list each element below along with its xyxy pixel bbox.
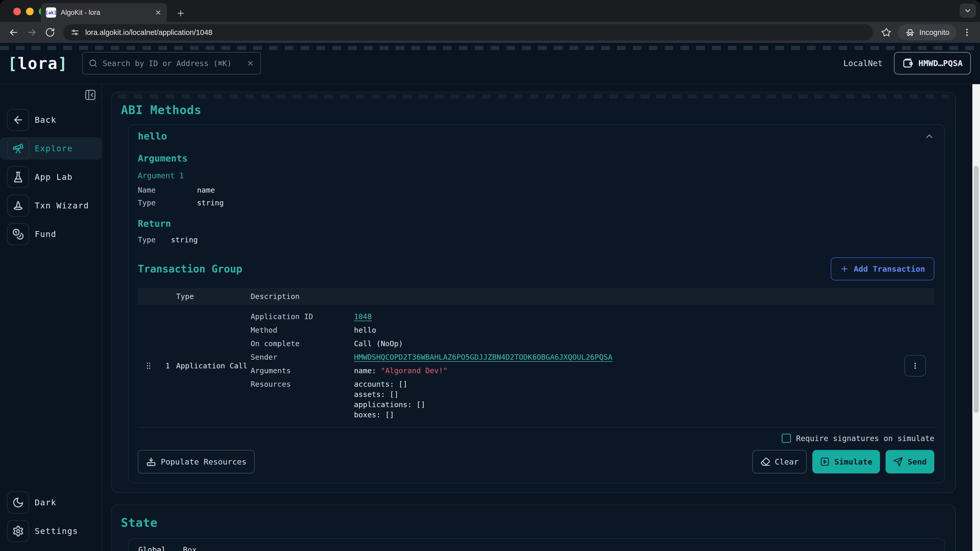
method-name: hello [138, 130, 167, 142]
add-transaction-button[interactable]: Add Transaction [831, 257, 934, 280]
browser-menu-icon[interactable] [960, 27, 974, 37]
incognito-badge: Incognito [898, 24, 956, 40]
send-label: Send [907, 457, 927, 466]
resource-applications: applications: [] [354, 400, 896, 410]
back-nav-icon[interactable] [6, 27, 21, 38]
argument-type-row: Type string [138, 198, 934, 207]
telescope-icon [7, 138, 29, 159]
field-arguments: Arguments name: "Algorand Dev!" [251, 365, 896, 376]
flask-icon [7, 166, 29, 188]
return-type-key: Type [138, 235, 156, 244]
scrollbar-thumb[interactable] [974, 166, 979, 413]
url-bar[interactable]: lora.algokit.io/localnet/application/104… [63, 24, 873, 41]
chevron-up-icon[interactable] [924, 131, 934, 141]
field-sender: Sender HMWDSHQCOPD2T36WBAHLAZ6PO5GDJJZBN… [251, 352, 896, 362]
page-scrollbar[interactable] [972, 84, 980, 551]
sender-address-link[interactable]: HMWDSHQCOPD2T36WBAHLAZ6PO5GDJJZBN4D2TODK… [354, 353, 612, 362]
application-id-link[interactable]: 1048 [354, 312, 372, 321]
network-selector[interactable]: LocalNet [843, 59, 883, 68]
row-index: 1 [159, 362, 176, 370]
new-tab-button[interactable] [176, 9, 185, 18]
add-transaction-label: Add Transaction [854, 264, 925, 273]
tab-close-icon[interactable] [155, 9, 162, 16]
field-value: hello [354, 325, 896, 335]
field-label: Sender [251, 352, 354, 362]
clear-label: Clear [775, 457, 799, 466]
field-resources: Resources accounts: [] assets: [] applic… [251, 379, 896, 420]
sidebar-item-app-lab[interactable]: App Lab [0, 166, 102, 188]
argument-name-row: Name name [138, 186, 934, 194]
field-method: Method hello [251, 325, 896, 335]
field-label: Arguments [251, 365, 354, 376]
browser-tab[interactable]: [ak] AlgoKit - lora [41, 3, 167, 22]
app-header: [lora] LocalNet HMWD…PQSA [0, 43, 980, 84]
sidebar-item-fund[interactable]: Fund [0, 223, 102, 245]
send-icon [893, 457, 903, 467]
logo-bracket-close: ] [58, 54, 68, 73]
wallet-button[interactable]: HMWD…PQSA [894, 52, 971, 75]
search-clear-icon[interactable] [247, 59, 254, 67]
argument-type-value: string [197, 198, 934, 207]
sidebar-collapse-icon[interactable] [84, 89, 97, 101]
bookmark-star-icon[interactable] [879, 27, 894, 38]
sidebar-item-back[interactable]: Back [0, 109, 102, 131]
row-type: Application Call [176, 362, 251, 370]
wallet-address-label: HMWD…PQSA [918, 59, 963, 68]
table-header-row: Type Description [138, 288, 934, 305]
resource-boxes: boxes: [] [354, 410, 896, 420]
lora-app: [lora] LocalNet HMWD…PQSA [0, 43, 980, 551]
argument-1-label: Argument 1 [138, 171, 934, 180]
tab-search-button[interactable] [959, 3, 976, 18]
app-body: Back Explore App Lab [0, 84, 980, 551]
search-input[interactable] [103, 59, 242, 68]
global-search[interactable] [82, 52, 261, 75]
logo-word: lora [18, 54, 58, 73]
transaction-group-heading: Transaction Group [138, 263, 242, 275]
state-card: State Global Box [111, 505, 956, 551]
resource-assets: assets: [] [354, 389, 896, 400]
send-button[interactable]: Send [886, 450, 934, 473]
sidebar-item-explore[interactable]: Explore [0, 137, 102, 160]
action-buttons-row: Populate Resources Clear [138, 450, 934, 473]
sidebar-item-label: Settings [35, 526, 78, 536]
sidebar-item-label: Explore [35, 144, 73, 153]
sidebar: Back Explore App Lab [0, 84, 102, 551]
sidebar-item-txn-wizard[interactable]: Txn Wizard [0, 194, 102, 217]
return-heading: Return [138, 218, 934, 229]
populate-resources-button[interactable]: Populate Resources [138, 450, 255, 473]
field-label: On complete [251, 338, 354, 349]
method-card-hello: hello Arguments Argument 1 Name name [128, 124, 945, 483]
sidebar-item-theme-dark[interactable]: Dark [0, 491, 102, 514]
lora-logo[interactable]: [lora] [8, 54, 68, 73]
browser-window: [ak] AlgoKit - lora lora.algokit.io/l [0, 0, 980, 551]
state-tabs-card: Global Box [128, 538, 945, 551]
drag-handle-icon[interactable] [138, 362, 159, 370]
reload-icon[interactable] [43, 27, 57, 38]
field-label: Method [251, 325, 354, 335]
arguments-heading: Arguments [138, 153, 934, 164]
argument-value: "Algorand Dev!" [381, 366, 448, 375]
simulate-button[interactable]: Simulate [812, 450, 880, 473]
table-row[interactable]: 1 Application Call Application ID 1048 M… [138, 305, 934, 427]
site-settings-icon[interactable] [70, 28, 80, 37]
close-window-button[interactable] [13, 8, 21, 15]
sidebar-item-settings[interactable]: Settings [0, 520, 102, 542]
require-signatures-row: Require signatures on simulate [138, 433, 934, 443]
require-signatures-checkbox[interactable] [782, 433, 791, 443]
row-description: Application ID 1048 Method hello On comp… [251, 311, 896, 420]
logo-bracket-open: [ [8, 54, 18, 73]
arrow-left-icon [7, 109, 29, 131]
tab-box[interactable]: Box [181, 545, 199, 551]
argument-name-value: name [197, 186, 934, 194]
argument-type-key: Type [138, 198, 197, 207]
row-menu-button[interactable] [904, 355, 926, 376]
populate-resources-label: Populate Resources [161, 457, 247, 466]
tab-favicon: [ak] [46, 7, 56, 17]
minimize-window-button[interactable] [26, 8, 34, 15]
tab-strip: [ak] AlgoKit - lora [0, 0, 980, 22]
tab-global[interactable]: Global [136, 545, 168, 551]
forward-nav-icon[interactable] [24, 27, 39, 38]
return-type-row: Type string [138, 235, 934, 244]
browser-toolbar: lora.algokit.io/localnet/application/104… [0, 22, 980, 43]
clear-button[interactable]: Clear [752, 450, 807, 473]
